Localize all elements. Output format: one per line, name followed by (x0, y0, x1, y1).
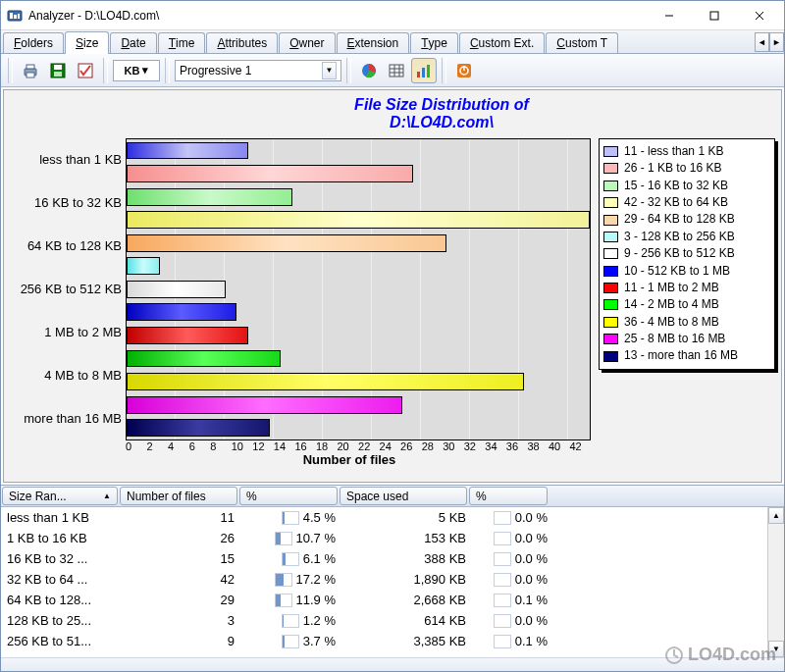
legend-swatch (603, 317, 618, 328)
bar-5 (127, 257, 160, 275)
bar-9 (127, 350, 281, 368)
bar-7 (127, 303, 236, 321)
cell: 0.0 % (472, 610, 553, 631)
tab-time[interactable]: Time (158, 32, 206, 53)
legend-label: 42 - 32 KB to 64 KB (624, 194, 728, 211)
grid-header: Size Ran... ▲Number of files%Space used% (1, 486, 784, 507)
column-header[interactable]: % (469, 487, 548, 505)
table-row[interactable]: 16 KB to 32 ...156.1 %388 KB0.0 % (1, 548, 784, 569)
legend-swatch (603, 146, 618, 157)
legend-swatch (603, 215, 618, 226)
chart-panel: File Size Distribution of D:\LO4D.com\ l… (3, 89, 782, 483)
legend-label: 14 - 2 MB to 4 MB (624, 296, 719, 313)
maximize-button[interactable] (692, 1, 737, 29)
x-tick: 14 (274, 440, 295, 452)
cell: 0.0 % (472, 528, 553, 548)
y-tick-label: more than 16 MB (24, 411, 122, 426)
table-row[interactable]: 128 KB to 25...31.2 %614 KB0.0 % (1, 610, 784, 631)
cell: 0.0 % (472, 548, 553, 569)
x-tick: 30 (443, 440, 464, 452)
tab-custom-ext-[interactable]: Custom Ext. (459, 32, 545, 53)
cell: 9 (120, 631, 240, 651)
legend-label: 25 - 8 MB to 16 MB (624, 331, 725, 347)
svg-rect-1 (10, 13, 13, 19)
legend-swatch (603, 163, 618, 174)
scroll-down-icon[interactable]: ▼ (768, 641, 784, 657)
legend-label: 36 - 4 MB to 8 MB (624, 314, 719, 331)
x-axis: 024681012141618202224262830323436384042 … (10, 440, 591, 476)
table-row[interactable]: 32 KB to 64 ...4217.2 %1,890 KB0.0 % (1, 569, 784, 590)
tab-size[interactable]: Size (65, 31, 109, 54)
scroll-up-icon[interactable]: ▲ (768, 507, 784, 524)
unit-selector[interactable]: KB ▾ (113, 60, 160, 81)
save-button[interactable] (45, 58, 71, 83)
tab-folders[interactable]: Folders (3, 32, 64, 53)
tab-type[interactable]: Type (410, 32, 458, 53)
bar-icon (415, 62, 433, 79)
x-tick: 32 (464, 440, 486, 452)
stop-button[interactable] (451, 58, 477, 83)
svg-rect-12 (54, 65, 62, 70)
checkbox-icon (78, 63, 93, 78)
svg-rect-3 (18, 14, 20, 19)
print-button[interactable] (18, 58, 43, 83)
legend-item: 42 - 32 KB to 64 KB (603, 194, 770, 211)
pie-chart-button[interactable] (356, 58, 382, 83)
cell: 0.0 % (472, 569, 553, 590)
y-axis-labels: less than 1 KB16 KB to 32 KB64 KB to 128… (10, 138, 126, 440)
legend-item: 36 - 4 MB to 8 MB (603, 314, 770, 331)
bar-10 (127, 373, 524, 390)
legend-item: 11 - less than 1 KB (603, 143, 770, 160)
cell: 1.2 % (240, 610, 341, 631)
plot-area (126, 138, 591, 440)
legend-swatch (603, 197, 618, 208)
legend-label: 15 - 16 KB to 32 KB (624, 178, 728, 194)
legend-swatch (603, 351, 618, 362)
svg-rect-23 (427, 65, 430, 78)
tab-scroll-right[interactable]: ► (769, 32, 784, 52)
bar-chart-button[interactable] (411, 58, 437, 83)
column-header[interactable]: Number of files (120, 487, 237, 505)
y-tick-label: 1 MB to 2 MB (44, 325, 122, 339)
column-header[interactable]: % (239, 487, 338, 505)
cell: 0.0 % (472, 507, 553, 528)
table-row[interactable]: 64 KB to 128...2911.9 %2,668 KB0.1 % (1, 590, 784, 610)
column-header[interactable]: Space used (340, 487, 467, 505)
cell: 614 KB (341, 610, 472, 631)
x-tick: 38 (527, 440, 549, 452)
table-row[interactable]: 256 KB to 51...93.7 %3,385 KB0.1 % (1, 631, 784, 651)
cell: 3,385 KB (341, 631, 472, 651)
close-button[interactable] (737, 1, 782, 29)
color-scheme-dropdown[interactable]: Progressive 1 ▼ (175, 60, 341, 81)
svg-rect-13 (54, 72, 62, 77)
bar-4 (127, 234, 446, 252)
options-button[interactable] (73, 58, 98, 83)
cell: 2,668 KB (341, 590, 472, 610)
data-grid: Size Ran... ▲Number of files%Space used%… (1, 485, 784, 671)
tab-owner[interactable]: Owner (279, 32, 335, 53)
unit-label: KB (125, 65, 140, 77)
tab-attributes[interactable]: Attributes (206, 32, 278, 53)
legend-item: 15 - 16 KB to 32 KB (603, 178, 770, 194)
legend-item: 13 - more than 16 MB (603, 347, 770, 364)
minimize-button[interactable] (647, 1, 692, 29)
tab-scroll-left[interactable]: ◄ (755, 32, 769, 52)
column-header[interactable]: Size Ran... ▲ (2, 487, 118, 505)
table-view-button[interactable] (384, 58, 409, 83)
vertical-scrollbar[interactable]: ▲ ▼ (767, 507, 784, 657)
tab-custom-t[interactable]: Custom T (546, 32, 618, 53)
legend-item: 11 - 1 MB to 2 MB (603, 280, 770, 296)
power-icon (455, 62, 473, 79)
x-tick: 22 (358, 440, 380, 452)
tab-date[interactable]: Date (110, 32, 156, 53)
x-tick: 4 (168, 440, 189, 452)
x-tick: 16 (294, 440, 316, 452)
cell: 16 KB to 32 ... (1, 548, 120, 569)
table-row[interactable]: less than 1 KB114.5 %5 KB0.0 % (1, 507, 784, 528)
tab-strip: FoldersSizeDateTimeAttributesOwnerExtens… (1, 30, 784, 54)
window-title: Analyzer - D:\LO4D.com\ (28, 9, 647, 23)
tab-extension[interactable]: Extension (337, 32, 410, 53)
y-tick-label: 64 KB to 128 KB (27, 238, 122, 253)
x-tick: 10 (232, 440, 253, 452)
table-row[interactable]: 1 KB to 16 KB2610.7 %153 KB0.0 % (1, 528, 784, 548)
